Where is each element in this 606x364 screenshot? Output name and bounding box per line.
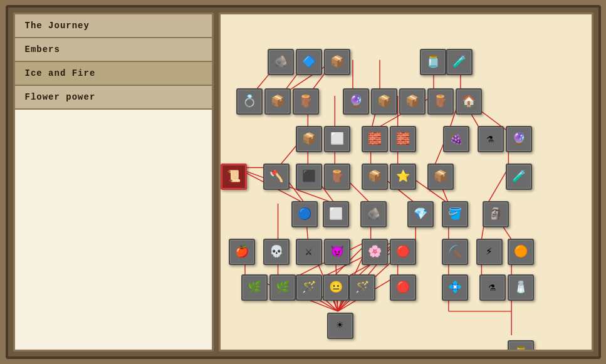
node-log[interactable]: 🪵: [324, 164, 350, 190]
node-active-scroll[interactable]: 📜: [221, 164, 247, 190]
node-red-orb[interactable]: 🔴: [390, 239, 416, 265]
node-vial[interactable]: 🧪: [506, 164, 532, 190]
node-teal-orb[interactable]: 🔵: [291, 201, 318, 227]
outer-frame: The Journey Embers Ice and Fire Flower p…: [6, 5, 601, 359]
node-item3[interactable]: 📦: [324, 49, 350, 75]
node-chest2[interactable]: 📦: [427, 164, 454, 190]
node-diamond2[interactable]: 💠: [442, 274, 468, 301]
node-cobble1[interactable]: 🧱: [362, 126, 388, 152]
node-house[interactable]: 🏠: [456, 88, 482, 115]
sidebar-item-ice-and-fire[interactable]: Ice and Fire: [15, 62, 212, 86]
node-wood1[interactable]: 🪵: [293, 88, 319, 115]
svg-line-32: [487, 168, 508, 204]
node-chest[interactable]: 📦: [371, 88, 397, 115]
main-content: 🪨 🔷 📦 🫙 🧪 💍 📦 🪵: [219, 13, 593, 351]
node-stone-golem[interactable]: 🗿: [483, 201, 509, 227]
node-white-block[interactable]: ⬜: [323, 201, 349, 227]
tech-tree: 🪨 🔷 📦 🫙 🧪 💍 📦 🪵: [221, 14, 592, 350]
node-ring[interactable]: 💍: [236, 88, 263, 115]
node-crafting[interactable]: 📦: [362, 164, 388, 190]
node-cobble2[interactable]: 🧱: [390, 126, 416, 152]
node-box2[interactable]: 📦: [399, 88, 426, 115]
node-lightning[interactable]: ⚡: [476, 239, 503, 265]
node-wand2[interactable]: 🪄: [349, 274, 375, 301]
node-block-white[interactable]: ⬛: [296, 164, 322, 190]
node-flask1[interactable]: ⚗️: [478, 126, 504, 152]
node-salt[interactable]: 🧂: [508, 274, 534, 301]
node-cauldron[interactable]: 🪣: [442, 201, 468, 227]
node-sword[interactable]: ⚔️: [296, 239, 322, 265]
node-stone-block[interactable]: ⬜: [324, 126, 350, 152]
node-ice-shard[interactable]: 🔷: [296, 49, 322, 75]
node-bottle1[interactable]: 🫙: [420, 49, 446, 75]
node-diamond[interactable]: 💎: [407, 201, 434, 227]
node-gem-red[interactable]: 🔮: [343, 88, 369, 115]
node-flask2[interactable]: ⚗️: [479, 274, 506, 301]
node-crate[interactable]: 📦: [264, 88, 291, 115]
node-gold-star[interactable]: ⭐: [390, 164, 416, 190]
node-bottle-pink[interactable]: 🫙: [508, 340, 534, 351]
node-demon[interactable]: 😈: [324, 239, 350, 265]
node-grape[interactable]: 🍇: [443, 126, 469, 152]
node-mossy-stone[interactable]: 🪨: [268, 49, 294, 75]
node-axe[interactable]: 🪓: [263, 164, 290, 190]
node-orange[interactable]: 🟠: [508, 239, 534, 265]
node-sun[interactable]: ☀️: [327, 313, 353, 339]
sidebar-item-embers[interactable]: Embers: [15, 38, 212, 62]
node-wood2[interactable]: 🪵: [427, 88, 454, 115]
node-leaf2[interactable]: 🌿: [269, 274, 296, 301]
node-wand[interactable]: 🪄: [296, 274, 322, 301]
node-pickaxe[interactable]: ⛏️: [442, 239, 468, 265]
node-gray-block[interactable]: 🪨: [360, 201, 387, 227]
node-red-item[interactable]: 🔴: [390, 274, 416, 301]
node-skull[interactable]: 💀: [263, 239, 290, 265]
node-leaf1[interactable]: 🌿: [241, 274, 268, 301]
node-bottle2[interactable]: 🧪: [446, 49, 473, 75]
node-face[interactable]: 😐: [323, 274, 349, 301]
node-apple[interactable]: 🍎: [229, 239, 255, 265]
sidebar-item-the-journey[interactable]: The Journey: [15, 14, 212, 38]
sidebar-item-flower-power[interactable]: Flower power: [15, 86, 212, 110]
sidebar-content: The Journey Embers Ice and Fire Flower p…: [15, 14, 212, 350]
node-box3[interactable]: 📦: [296, 126, 322, 152]
node-orb-pink[interactable]: 🔮: [506, 126, 532, 152]
node-flower[interactable]: 🌸: [362, 239, 388, 265]
sidebar: The Journey Embers Ice and Fire Flower p…: [13, 13, 214, 351]
